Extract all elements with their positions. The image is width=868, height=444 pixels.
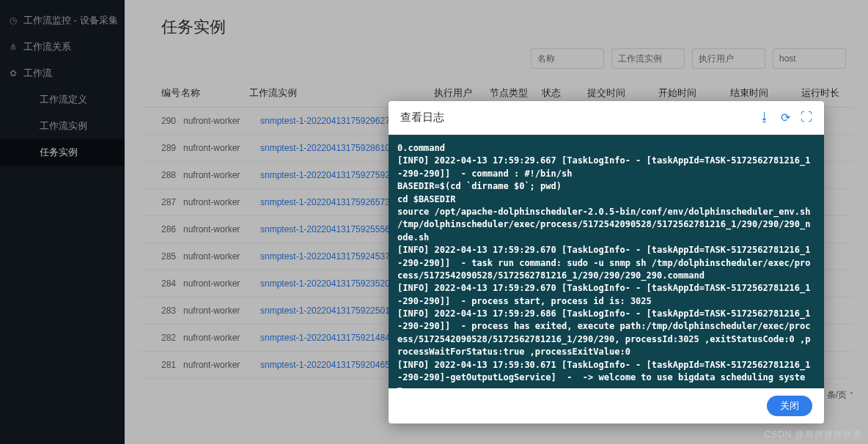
col-user: 执行用户 [434,86,489,100]
flow-link[interactable]: snmptest-1-20220413175923520 [260,278,390,289]
flow-link[interactable]: snmptest-1-20220413175927592 [260,170,390,180]
cell-id: 289 [139,143,183,153]
cell-name: nufront-worker [183,224,260,234]
modal-header: 查看日志 ⭳ ⟳ ⛶ [389,101,824,135]
flow-link[interactable]: snmptest-1-20220413175926573 [260,197,390,207]
cell-id: 283 [139,306,183,316]
sidebar-item-label: 工作流实例 [40,119,87,133]
menu-icon [23,147,35,158]
menu-icon: ✿ [7,67,19,79]
filter-user[interactable] [692,48,765,69]
filter-bar [139,48,853,69]
cell-id: 286 [139,224,183,234]
modal-title: 查看日志 [400,111,444,125]
cell-name: nufront-worker [183,278,260,289]
cell-id: 281 [139,360,183,370]
cell-name: nufront-worker [183,360,260,370]
flow-link[interactable]: snmptest-1-20220413175928610 [260,143,390,153]
filter-flow[interactable] [611,48,685,69]
fullscreen-icon[interactable]: ⛶ [801,111,812,125]
cell-id: 287 [139,197,183,207]
cell-name: nufront-worker [183,197,260,207]
col-start: 开始时间 [658,86,730,100]
cell-id: 290 [139,116,183,126]
pager-per-page: 条/页 [827,389,847,402]
modal-actions: ⭳ ⟳ ⛶ [759,111,812,125]
sidebar-item-label: 工作流监控 - 设备采集 [23,14,118,27]
sidebar-item-label: 工作流定义 [40,93,87,106]
col-state: 状态 [542,86,587,100]
modal-footer: 关闭 [389,388,824,423]
cell-name: nufront-worker [183,143,260,153]
sidebar-item-0[interactable]: ◷工作流监控 - 设备采集 [0,7,125,34]
col-id: 编号 [139,86,181,100]
menu-icon [23,94,35,106]
col-node: 节点类型 [490,86,542,100]
flow-link[interactable]: snmptest-1-20220413175929627 [260,116,390,126]
col-flow: 工作流实例 [249,86,435,100]
menu-icon: ⋔ [7,41,19,53]
menu-icon: ◷ [7,15,19,26]
pager[interactable]: 条/页 ˅ [827,389,853,402]
sidebar-item-3[interactable]: 工作流定义 [0,86,125,113]
col-submit: 提交时间 [587,86,659,100]
sidebar-item-1[interactable]: ⋔工作流关系 [0,34,125,60]
close-button[interactable]: 关闭 [767,396,812,416]
flow-link[interactable]: snmptest-1-20220413175921484 [260,333,390,343]
filter-host[interactable] [773,48,846,69]
refresh-icon[interactable]: ⟳ [781,111,790,125]
page-title: 任务实例 [161,16,853,38]
cell-name: nufront-worker [183,333,260,343]
sidebar-item-label: 任务实例 [40,146,78,159]
watermark: CSDN @胖胖胖胖胖虎 [764,429,862,441]
sidebar-item-4[interactable]: 工作流实例 [0,113,125,139]
flow-link[interactable]: snmptest-1-20220413175922501 [260,306,390,316]
cell-id: 284 [139,278,183,289]
col-end: 结束时间 [730,86,802,100]
menu-icon [23,120,35,132]
flow-link[interactable]: snmptest-1-20220413175925556 [260,224,390,234]
sidebar-item-label: 工作流 [23,67,52,80]
cell-name: nufront-worker [183,170,260,180]
cell-name: nufront-worker [183,116,260,126]
sidebar-item-2[interactable]: ✿工作流 [0,60,125,86]
col-dur: 运行时长 [801,86,853,100]
flow-link[interactable]: snmptest-1-20220413175924537 [260,251,390,262]
log-body[interactable]: 0.command [INFO] 2022-04-13 17:59:29.667… [389,135,824,388]
cell-id: 285 [139,251,183,262]
flow-link[interactable]: snmptest-1-20220413175920465 [260,360,390,370]
cell-id: 288 [139,170,183,180]
log-modal: 查看日志 ⭳ ⟳ ⛶ 0.command [INFO] 2022-04-13 1… [389,101,824,423]
filter-name[interactable] [531,48,604,69]
sidebar-item-label: 工作流关系 [23,40,71,53]
download-icon[interactable]: ⭳ [759,111,770,125]
cell-name: nufront-worker [183,251,260,262]
cell-id: 282 [139,333,183,343]
col-name: 名称 [181,86,249,100]
chevron-down-icon: ˅ [850,391,853,399]
sidebar: ◷工作流监控 - 设备采集⋔工作流关系✿工作流工作流定义工作流实例任务实例 [0,0,125,444]
cell-name: nufront-worker [183,306,260,316]
sidebar-item-5[interactable]: 任务实例 [0,139,125,166]
